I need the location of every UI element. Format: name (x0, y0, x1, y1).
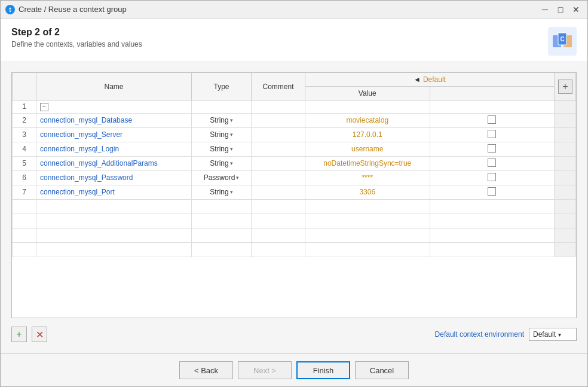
minimize-button[interactable]: ─ (538, 3, 552, 16)
default-env-label: Default context environment (435, 330, 524, 339)
row-value[interactable]: moviecatalog (305, 113, 430, 127)
env-select[interactable]: Default ▾ (529, 328, 577, 341)
add-column-button[interactable]: + (555, 73, 576, 100)
content: Name Type Comment ◄ Default + (1, 62, 587, 353)
empty-row (13, 228, 576, 242)
type-value: String (210, 145, 228, 153)
table-row: 3connection_mysql_ServerString▾127.0.0.1 (13, 127, 576, 142)
maximize-button[interactable]: □ (554, 3, 567, 16)
row-type[interactable]: String▾ (192, 156, 252, 170)
add-col-icon[interactable]: + (558, 80, 572, 94)
header: Step 2 of 2 Define the contexts, variabl… (1, 19, 587, 62)
row-number: 5 (13, 156, 36, 170)
empty-cell (305, 214, 430, 228)
empty-cell (555, 228, 576, 242)
app-icon: t (5, 5, 15, 14)
type-value: String (210, 188, 228, 196)
add-icon: + (16, 329, 22, 340)
collapse-button[interactable]: − (40, 103, 48, 111)
row-checkbox-cell (430, 142, 555, 156)
back-button[interactable]: < Back (179, 361, 233, 379)
type-dropdown-arrow: ▾ (230, 117, 233, 123)
empty-cell (252, 242, 305, 257)
empty-cell (305, 242, 430, 257)
add-row-button[interactable]: + (11, 327, 27, 342)
row-name[interactable]: connection_mysql_AdditionalParams (36, 156, 192, 170)
row-name[interactable]: connection_mysql_Login (36, 142, 192, 156)
env-dropdown-arrow: ▾ (558, 331, 561, 338)
row-type[interactable]: String▾ (192, 113, 252, 127)
row-type[interactable] (192, 100, 252, 114)
row-name[interactable]: connection_mysql_Database (36, 113, 192, 127)
header-left: Step 2 of 2 Define the contexts, variabl… (11, 27, 142, 48)
type-value: String (210, 130, 228, 139)
col-check-header (430, 87, 555, 100)
empty-cell (13, 228, 36, 242)
row-value[interactable]: noDatetimeStringSync=true (305, 156, 430, 170)
row-add-cell (555, 142, 576, 156)
title-bar-controls: ─ □ ✕ (538, 3, 583, 16)
row-name[interactable]: connection_mysql_Server (36, 127, 192, 142)
row-type[interactable]: String▾ (192, 127, 252, 142)
empty-cell (252, 214, 305, 228)
row-type[interactable]: Password▾ (192, 170, 252, 185)
col-arrow-icon[interactable]: ◄ (414, 75, 421, 84)
empty-cell (252, 199, 305, 214)
env-selected-value: Default (533, 330, 556, 339)
row-value[interactable]: username (305, 142, 430, 156)
empty-row (13, 242, 576, 257)
empty-cell (192, 199, 252, 214)
row-name[interactable]: − (36, 100, 192, 114)
remove-row-button[interactable]: ✕ (32, 327, 47, 342)
close-button[interactable]: ✕ (569, 3, 583, 16)
row-name[interactable]: connection_mysql_Password (36, 170, 192, 185)
empty-cell (305, 228, 430, 242)
row-value[interactable]: 127.0.0.1 (305, 127, 430, 142)
row-checkbox[interactable] (488, 187, 496, 196)
bottom-bar: + ✕ Default context environment Default … (11, 325, 577, 343)
type-dropdown-arrow: ▾ (230, 160, 233, 166)
finish-button[interactable]: Finish (296, 361, 350, 379)
row-value[interactable] (305, 100, 430, 114)
row-number: 2 (13, 113, 36, 127)
col-default-label: Default (423, 75, 446, 84)
row-number: 3 (13, 127, 36, 142)
row-add-cell (555, 127, 576, 142)
row-name[interactable]: connection_mysql_Port (36, 185, 192, 199)
table-row: 6connection_mysql_PasswordPassword▾**** (13, 170, 576, 185)
svg-text:C: C (560, 36, 564, 42)
step-description: Define the contexts, variables and value… (11, 40, 142, 48)
row-checkbox-cell (430, 185, 555, 199)
row-type[interactable]: String▾ (192, 142, 252, 156)
empty-cell (192, 242, 252, 257)
empty-cell (192, 228, 252, 242)
row-comment (252, 113, 305, 127)
row-comment (252, 127, 305, 142)
row-checkbox[interactable] (488, 144, 496, 153)
table-body: 1−2connection_mysql_DatabaseString▾movie… (13, 100, 576, 257)
col-comment-header: Comment (252, 73, 305, 100)
row-checkbox[interactable] (488, 115, 496, 124)
empty-row (13, 214, 576, 228)
empty-cell (555, 242, 576, 257)
row-add-cell (555, 170, 576, 185)
empty-cell (305, 199, 430, 214)
row-value[interactable]: 3306 (305, 185, 430, 199)
title-bar-left: t Create / Reuse a context group (5, 5, 127, 14)
cancel-button[interactable]: Cancel (355, 361, 409, 379)
row-add-cell (555, 113, 576, 127)
context-table: Name Type Comment ◄ Default + (12, 72, 576, 257)
empty-cell (430, 214, 555, 228)
empty-cell (13, 242, 36, 257)
table-row: 7connection_mysql_PortString▾3306 (13, 185, 576, 199)
row-checkbox[interactable] (488, 130, 496, 138)
row-checkbox[interactable] (488, 173, 496, 181)
empty-row (13, 199, 576, 214)
row-number: 1 (13, 100, 36, 114)
next-button[interactable]: Next > (238, 361, 292, 379)
row-add-cell (555, 100, 576, 114)
row-type[interactable]: String▾ (192, 185, 252, 199)
row-checkbox[interactable] (488, 159, 496, 167)
row-value[interactable]: **** (305, 170, 430, 185)
empty-cell (36, 214, 192, 228)
